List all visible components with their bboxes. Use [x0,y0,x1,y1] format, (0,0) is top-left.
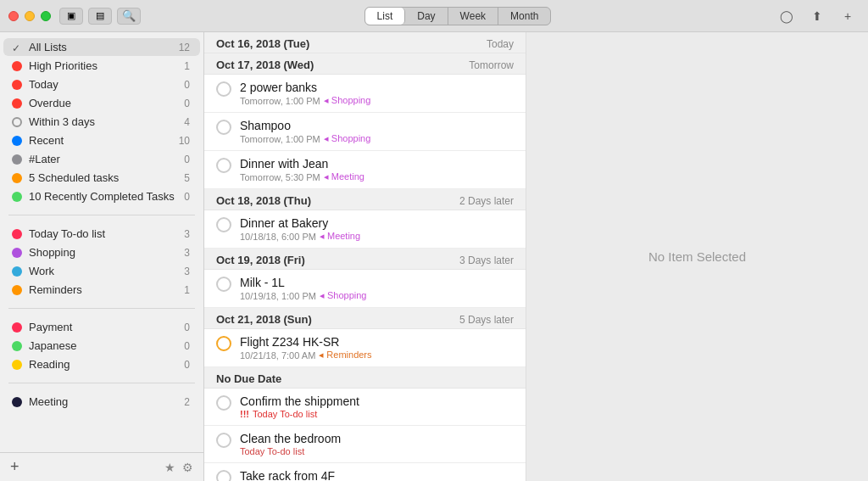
task-checkbox[interactable] [216,120,231,135]
sidebar-item-label: Recent [29,134,175,147]
date-header-oct17: Oct 17, 2018 (Wed) Tomorrow [204,53,526,75]
task-checkbox[interactable] [216,433,231,448]
sidebar-item-later[interactable]: #Later 0 [3,150,200,168]
date-relative: 3 Days later [459,254,514,266]
sidebar-section-other: Payment 0 Japanese 0 Reading 0 [0,312,203,379]
task-checkbox[interactable] [216,395,231,411]
sidebar-item-reading[interactable]: Reading 0 [3,355,200,373]
task-title: Dinner with Jean [240,157,514,171]
task-content: Flight Z234 HK-SR 10/21/18, 7:00 AM ◂ Re… [240,335,514,361]
task-item-flight[interactable]: Flight Z234 HK-SR 10/21/18, 7:00 AM ◂ Re… [204,329,526,367]
task-content: 2 power banks Tomorrow, 1:00 PM ◂ Shoppi… [240,81,514,106]
sidebar-item-count: 2 [184,396,190,408]
task-item-2-power-banks[interactable]: 2 power banks Tomorrow, 1:00 PM ◂ Shoppi… [204,75,526,113]
week-view-button[interactable]: Week [448,8,498,25]
dot-icon [12,117,22,127]
sidebar-item-japanese[interactable]: Japanese 0 [3,337,200,355]
task-item-milk[interactable]: Milk - 1L 10/19/18, 1:00 PM ◂ Shopping [204,270,526,308]
month-view-button[interactable]: Month [498,8,550,25]
sidebar-item-label: Today To-do list [29,227,181,240]
sidebar-item-today-todo[interactable]: Today To-do list 3 [3,225,200,243]
task-list-panel: Oct 16, 2018 (Tue) Today Oct 17, 2018 (W… [204,32,526,481]
task-title: Shampoo [240,119,514,132]
task-tag: ◂ Shopping [324,133,371,144]
sidebar-item-recently-completed[interactable]: 10 Recently Completed Tasks 0 [3,187,200,205]
star-button[interactable]: ★ [164,461,175,474]
panel-toggle-icon[interactable]: ▤ [88,8,112,25]
task-content: Shampoo Tomorrow, 1:00 PM ◂ Shopping [240,119,514,144]
task-title: Take rack from 4F [240,469,514,481]
sidebar-item-label: All Lists [29,41,175,53]
task-checkbox[interactable] [216,277,231,292]
task-item-shampoo[interactable]: Shampoo Tomorrow, 1:00 PM ◂ Shopping [204,113,526,151]
sidebar-item-count: 5 [184,172,190,184]
detail-panel: No Item Selected [526,32,868,481]
notifications-icon[interactable]: ◯ [775,8,798,25]
sidebar: ✓ All Lists 12 High Priorities 1 Today 0… [0,32,204,481]
task-content: Dinner with Jean Tomorrow, 5:30 PM ◂ Mee… [240,157,514,182]
sidebar-item-today[interactable]: Today 0 [3,76,200,93]
dot-icon [12,360,22,370]
task-title: Clean the bedroom [240,432,514,445]
search-icon[interactable]: 🔍 [117,8,141,25]
sidebar-item-payment[interactable]: Payment 0 [3,318,200,336]
sidebar-item-label: High Priorities [29,59,181,72]
sidebar-item-reminders[interactable]: Reminders 1 [3,281,200,299]
task-checkbox[interactable] [216,81,231,97]
add-list-button[interactable]: + [10,458,19,476]
sidebar-item-label: Overdue [29,97,181,109]
task-title: Milk - 1L [240,276,514,289]
maximize-button[interactable] [41,11,51,21]
task-title: 2 power banks [240,81,514,94]
task-meta: 10/18/18, 6:00 PM ◂ Meeting [240,231,514,242]
sidebar-item-high-priorities[interactable]: High Priorities 1 [3,57,200,75]
sidebar-item-count: 3 [184,228,190,240]
task-time: 10/19/18, 1:00 PM [240,291,316,301]
task-item-confirm-shippment[interactable]: Confirm the shippment !!! Today To-do li… [204,389,526,426]
task-checkbox[interactable] [216,336,231,351]
task-tag: Today To-do list [240,446,304,456]
task-meta: 10/21/18, 7:00 AM ◂ Reminders [240,350,514,361]
sidebar-item-count: 10 [179,135,190,147]
sidebar-item-count: 1 [184,60,190,72]
sidebar-item-overdue[interactable]: Overdue 0 [3,94,200,112]
sidebar-item-label: Japanese [29,339,181,352]
task-item-clean-bedroom[interactable]: Clean the bedroom Today To-do list [204,426,526,463]
date-relative: Today [487,38,514,50]
task-checkbox[interactable] [216,217,231,232]
sidebar-item-meeting[interactable]: Meeting 2 [3,393,200,411]
task-item-take-rack[interactable]: Take rack from 4F [204,463,526,481]
sidebar-item-work[interactable]: Work 3 [3,262,200,280]
date-header-oct18: Oct 18, 2018 (Thu) 2 Days later [204,189,526,210]
day-view-button[interactable]: Day [405,8,448,25]
task-tag: ◂ Meeting [324,171,364,182]
dot-icon [12,229,22,239]
sidebar-item-within-3-days[interactable]: Within 3 days 4 [3,113,200,131]
sidebar-item-all-lists[interactable]: ✓ All Lists 12 [3,38,200,56]
sidebar-item-shopping[interactable]: Shopping 3 [3,243,200,261]
sidebar-item-count: 1 [184,284,190,296]
list-view-button[interactable]: List [365,8,406,25]
task-content: Milk - 1L 10/19/18, 1:00 PM ◂ Shopping [240,276,514,301]
task-meta: 10/19/18, 1:00 PM ◂ Shopping [240,290,514,301]
dot-icon [12,397,22,407]
no-due-date-header: No Due Date [204,367,526,389]
sidebar-item-count: 0 [184,191,190,203]
minimize-button[interactable] [25,11,35,21]
share-icon[interactable]: ⬆ [805,8,829,25]
task-tag: ◂ Reminders [319,350,371,361]
sidebar-toggle-icon[interactable]: ▣ [59,8,83,25]
sidebar-item-scheduled-tasks[interactable]: 5 Scheduled tasks 5 [3,169,200,187]
task-item-dinner-jean[interactable]: Dinner with Jean Tomorrow, 5:30 PM ◂ Mee… [204,151,526,189]
sidebar-item-recent[interactable]: Recent 10 [3,131,200,149]
sidebar-item-label: 5 Scheduled tasks [29,171,181,184]
settings-button[interactable]: ⚙ [182,461,193,474]
task-item-dinner-bakery[interactable]: Dinner at Bakery 10/18/18, 6:00 PM ◂ Mee… [204,210,526,249]
task-checkbox[interactable] [216,158,231,173]
sidebar-item-count: 3 [184,266,190,277]
add-button[interactable]: + [836,8,860,25]
task-checkbox[interactable] [216,470,231,481]
traffic-lights [8,11,51,21]
close-button[interactable] [8,11,19,21]
task-time: Tomorrow, 5:30 PM [240,172,320,182]
